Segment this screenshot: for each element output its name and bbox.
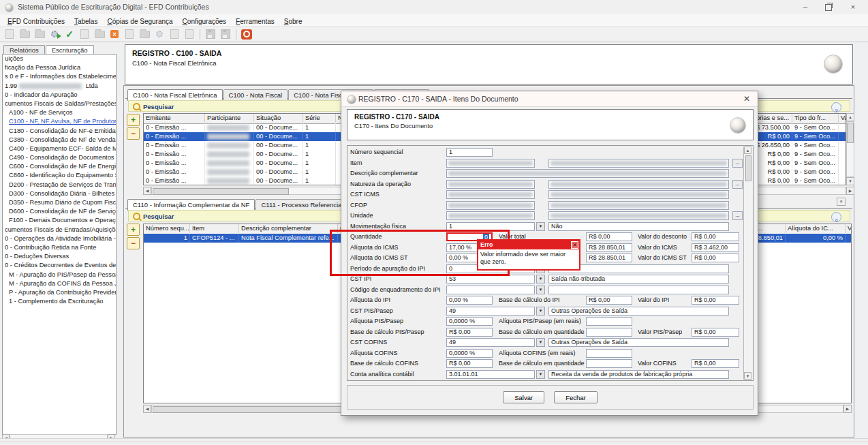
sidebar-item-c400-equipamento-ecf-sa-da-de-mercadoria[interactable]: C400 - Equipamento ECF- Saída de Mercado…: [3, 144, 116, 153]
sidebar-item-d300-consolida-o-di-ria-bilhetes-de-pass[interactable]: D300 - Consolidação Diária - Bilhetes de…: [3, 189, 116, 198]
item-lookup-button[interactable]: ...: [732, 159, 743, 168]
c110-remove-row-button[interactable]: −: [127, 237, 140, 249]
cst-cofins-input[interactable]: 49: [446, 338, 535, 347]
cst-pis-pasep-input[interactable]: 49: [446, 307, 535, 316]
sidebar-item-c860-identifica-o-do-equipamento-sat-cf-[interactable]: C860 - Identificação do Equipamento SAT-…: [3, 171, 116, 180]
c110-hscroll-right[interactable]: ▶: [843, 405, 852, 413]
settings-gear-icon[interactable]: [153, 28, 166, 40]
cfop-description[interactable]: [548, 201, 729, 210]
sidebar-item-c600-consolida-o-de-nf-de-energia-el-tri[interactable]: C600 - Consolidação de NF de Energia Elé…: [3, 162, 116, 171]
sidebar-item-p-apura-o-da-contribui-o-previdenci-ria-[interactable]: P - Apuração da Contribuição Previdenciá…: [3, 288, 116, 297]
sidebar-item-0-dedu-es-diversas[interactable]: 0 - Deduções Diversas: [3, 252, 116, 261]
sidebar-item-s-0-e-f-informa-es-dos-estabelecimentos-[interactable]: s 0 e F - Informações dos Estabeleciment…: [3, 72, 116, 81]
process-gears-icon[interactable]: [48, 28, 61, 40]
modal-vscroll-track[interactable]: ▲ ▼: [743, 147, 752, 380]
sidebar-item-fica-o-da-pessoa-jur-dica[interactable]: ficação da Pessoa Jurídica: [3, 63, 116, 72]
delete-icon[interactable]: ×: [108, 28, 121, 40]
sidebar-item-c180-consolida-o-de-nf-e-emitidas-opera-[interactable]: C180 - Consolidação de NF-e Emitidas - O…: [3, 127, 116, 136]
valor-do-icms-value[interactable]: R$ 3.462,00: [692, 243, 739, 252]
cst-icms-description[interactable]: [548, 190, 729, 199]
unidade-lookup-button[interactable]: ...: [732, 211, 743, 220]
c-digo-de-enquadramento-do-ipi-input[interactable]: [446, 286, 535, 294]
natureza-da-opera-o-input[interactable]: [446, 180, 535, 189]
cst-cofins-dropdown-button[interactable]: ▼: [536, 338, 545, 347]
c100-collapse-chevron-icon[interactable]: »: [831, 102, 841, 112]
sidebar-item-1-complemento-da-escritura-o[interactable]: 1 - Complemento da Escrituração: [3, 297, 116, 306]
menu-item-tabelas[interactable]: Tabelas: [69, 16, 102, 25]
c100-vscroll-up[interactable]: ▲: [846, 113, 854, 121]
c100-hscroll-right[interactable]: ▶: [846, 187, 854, 195]
c100-column-header-2[interactable]: Participante: [205, 114, 254, 123]
sidebar-item-0-opera-es-da-atividade-imobili-ria-unid[interactable]: 0 - Operações da Atividade Imobiliária -…: [3, 234, 116, 243]
modal-vscroll-thumb[interactable]: [745, 155, 751, 181]
edit-icon[interactable]: [123, 28, 136, 40]
base-de-c-lculo-em-quantidade-cofins-value[interactable]: [586, 359, 632, 368]
c100-column-header-8[interactable]: Va: [839, 114, 846, 123]
sidebar-item-ui-es[interactable]: uições: [3, 55, 116, 63]
c100-column-header-3[interactable]: Situação: [254, 114, 303, 123]
natureza-da-opera-o-lookup-button[interactable]: ...: [732, 180, 743, 189]
item-input[interactable]: [446, 159, 535, 168]
valor-do-desconto-value[interactable]: R$ 0,00: [692, 232, 739, 241]
c100-remove-row-button[interactable]: −: [127, 127, 140, 140]
c100-column-header-7[interactable]: Tipo do fr...: [792, 114, 839, 123]
import-icon[interactable]: [33, 28, 46, 40]
al-quota-cofins-input[interactable]: 0,0000 %: [446, 349, 493, 358]
c100-hscroll-left[interactable]: ◀: [143, 187, 151, 195]
cancel-icon[interactable]: [138, 28, 151, 40]
cfop-input[interactable]: [446, 201, 535, 210]
sidebar-item-0-contribui-o-retida-na-fonte[interactable]: 0 - Contribuição Retida na Fonte: [3, 243, 116, 252]
c110-hscroll-left[interactable]: ◀: [143, 405, 151, 413]
send-icon[interactable]: [183, 28, 196, 40]
menu-item-configura-es[interactable]: Configurações: [178, 16, 232, 25]
base-de-c-lculo-do-ipi-value[interactable]: R$ 0,00: [586, 296, 632, 305]
modal-close-button[interactable]: ✕: [741, 93, 752, 104]
c-digo-de-enquadramento-do-ipi-dropdown-button[interactable]: ▼: [536, 286, 545, 294]
sidebar-item-f100-demais-documentos-e-opera-es-gerado[interactable]: F100 - Demais Documentos e Operações Ger…: [3, 216, 116, 225]
sidebar-item-0-indicador-da-apura-o[interactable]: 0 - Indicador da Apuração: [3, 91, 116, 99]
c110-tab-c111-processo-referenciado[interactable]: C111 - Processo Referenciado: [255, 199, 354, 211]
base-de-c-lculo-pis-pasep-input[interactable]: R$ 0,00: [446, 328, 493, 337]
al-quota-pis-pasep-input[interactable]: 0,0000 %: [446, 317, 493, 326]
sidebar-item-cumentos-fiscais-de-sa-das-presta-es[interactable]: cumentos Fiscais de Saídas/Prestações: [3, 99, 116, 108]
c110-tab-c110-informa-o-complementar-da[interactable]: C110 - Informação Complementar da NF: [127, 199, 255, 211]
sidebar-item-d200-presta-o-de-servi-os-de-transporte[interactable]: D200 - Prestação de Serviços de Transpor…: [3, 181, 116, 189]
sidebar-item-c380-consolida-o-de-nf-de-venda-a-consum[interactable]: C380 - Consolidação de NF de Venda a Con…: [3, 136, 116, 144]
sidebar-item-0-cr-ditos-decorrentes-de-eventos-de-inc[interactable]: 0 - Créditos Decorrentes de Eventos de I…: [3, 261, 116, 270]
modal-vscroll-down[interactable]: ▼: [744, 372, 751, 380]
al-quota-do-ipi-input[interactable]: 0,00 %: [446, 296, 493, 305]
valor-total-value[interactable]: R$ 0,00: [586, 232, 632, 241]
cst-ipi-input[interactable]: 53: [446, 275, 535, 283]
c100-hscroll-thumb[interactable]: [153, 188, 289, 195]
cst-ipi-dropdown-button[interactable]: ▼: [536, 275, 545, 283]
close-button[interactable]: ×: [843, 2, 863, 12]
c100-column-header-4[interactable]: Série: [303, 114, 336, 123]
menu-item-ferramentas[interactable]: Ferramentas: [231, 16, 279, 25]
n-mero-sequencial-input[interactable]: 1: [446, 148, 493, 157]
al-quota-cofins-em-reais-value[interactable]: [586, 349, 632, 358]
c110-column-header-2[interactable]: Item: [190, 224, 239, 233]
base-de-c-lculo-cofins-input[interactable]: R$ 0,00: [446, 359, 493, 368]
copy-icon[interactable]: [78, 28, 91, 40]
c110-collapse-chevron-icon[interactable]: »: [831, 212, 841, 222]
sidebar-item-c100-nf-nf-avulsa-nf-de-produtor-nf-e-e-[interactable]: C100 - NF, NF Avulsa, NF de Produtor, NF…: [3, 117, 116, 126]
c100-vscroll-thumb[interactable]: [847, 123, 854, 143]
valor-do-icms-st-value[interactable]: R$ 0,00: [692, 254, 739, 262]
base-de-c-lculo-em-quantidade-pis-pasep-value[interactable]: [586, 328, 632, 337]
save-icon[interactable]: [204, 28, 217, 40]
movimenta-o-f-sica-input[interactable]: 1: [446, 222, 535, 231]
c110-panel-close-button[interactable]: ×: [837, 198, 846, 206]
c100-vscroll-down[interactable]: ▼: [846, 177, 854, 185]
value2-value[interactable]: R$ 28.850,01: [586, 243, 632, 252]
sidebar-item-d350-resumo-di-rio-de-cupom-fiscal-emiti[interactable]: D350 - Resumo Diário de Cupom Fiscal Emi…: [3, 198, 116, 207]
sidebar-item-m-apura-o-do-pis-pasep-da-pessoa-jur-dic[interactable]: M - Apuração do PIS/Pasep da Pessoa Jurí…: [3, 271, 116, 279]
c100-vscroll-track[interactable]: [846, 121, 854, 177]
menu-item-efd-contribui-es[interactable]: EFD Contribuições: [3, 16, 69, 25]
c110-column-header-3[interactable]: Descrição complementar: [239, 224, 338, 233]
validate-check-icon[interactable]: ✓: [63, 28, 76, 40]
c100-tab-c100-nota-fiscal[interactable]: C100 - Nota Fiscal: [223, 89, 288, 101]
sidebar-item-d600-consolida-o-de-nf-de-servi-o-de-com[interactable]: D600 - Consolidação de NF de Serviço de …: [3, 207, 116, 216]
conta-anal-tica-cont-bil-dropdown-button[interactable]: ▼: [536, 370, 545, 379]
c100-tab-c100-nota-fiscal-eletr-nica[interactable]: C100 - Nota Fiscal Eletrônica: [127, 89, 223, 101]
maximize-button[interactable]: [819, 2, 838, 12]
